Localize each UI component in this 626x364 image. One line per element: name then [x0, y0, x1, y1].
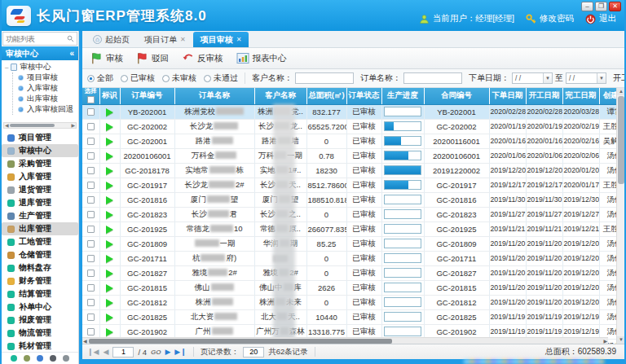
row-select-cell[interactable]	[82, 280, 99, 295]
table-row[interactable]: GC-201827雅境2#雅境2#0已审核GC-2018272019/11/20…	[82, 265, 616, 280]
close-tab-icon[interactable]: ✕	[236, 36, 242, 43]
row-select-cell[interactable]	[82, 163, 99, 178]
row-select-cell[interactable]	[82, 119, 99, 134]
header-12[interactable]: 创建人	[599, 88, 616, 104]
tree-node[interactable]: 入库审核	[13, 83, 78, 94]
circle-icon[interactable]	[11, 355, 17, 362]
sidebar-item[interactable]: 审核中心	[2, 144, 78, 157]
报表中心-button[interactable]: 报表中心	[236, 52, 287, 64]
leaf-icon[interactable]	[37, 355, 43, 362]
row-checkbox[interactable]	[87, 314, 95, 321]
table-row[interactable]: GC-201925常德龙10常德原..266077.835..已审核GC-201…	[82, 221, 616, 236]
grid-horizontal-scrollbar[interactable]: ◀ ▶	[82, 337, 608, 344]
sidebar-item[interactable]: 补单中心	[2, 300, 78, 314]
table-row[interactable]: GC-201825北大资北大天..10440已审核GC-2018252019/1…	[82, 309, 616, 324]
row-select-cell[interactable]	[82, 148, 99, 163]
scroll-right-icon[interactable]: ▶	[603, 338, 607, 344]
logout-button[interactable]: 退出	[585, 13, 616, 24]
row-select-cell[interactable]	[82, 178, 99, 192]
row-checkbox[interactable]	[87, 182, 95, 189]
sidebar-item[interactable]: 生产管理	[2, 209, 78, 222]
next-page-button[interactable]: ▶	[165, 349, 170, 356]
table-row[interactable]: GC-201816厦门望厦门望188510.818已审核GC-201816201…	[82, 192, 616, 207]
row-select-cell[interactable]	[82, 192, 99, 207]
驳回-button[interactable]: 驳回	[136, 52, 169, 64]
tree-root-node[interactable]: – 审核中心	[5, 62, 78, 72]
page-size-input[interactable]	[243, 347, 264, 357]
header-select[interactable]: 选择	[82, 88, 99, 104]
header-4[interactable]: 客户名称	[254, 88, 306, 104]
row-checkbox[interactable]	[87, 240, 95, 248]
table-row[interactable]: GC-201812株洲株洲未来0已审核GC-2018122019/11/2020…	[82, 295, 616, 309]
sidebar-item[interactable]: 退库管理	[2, 196, 78, 209]
tree-node[interactable]: 项目审核	[13, 72, 78, 83]
maximize-button[interactable]: ❐	[595, 2, 607, 11]
table-row[interactable]: YB-202001株洲党校株洲党..832.177已审核YB-202001202…	[82, 104, 616, 119]
minimize-button[interactable]: –	[581, 2, 593, 11]
header-6[interactable]: 订单状态	[346, 88, 381, 104]
审核-button[interactable]: 审核	[90, 52, 123, 64]
tree-node[interactable]: 入库审核回退	[13, 104, 78, 115]
row-checkbox[interactable]	[87, 255, 95, 262]
row-select-cell[interactable]	[82, 309, 99, 324]
order-date-to-input[interactable]: / /▼	[566, 72, 606, 84]
first-page-button[interactable]: ❙◀	[87, 349, 99, 356]
close-button[interactable]: ✕	[609, 2, 621, 11]
row-select-cell[interactable]	[82, 207, 99, 221]
row-checkbox[interactable]	[87, 138, 95, 145]
tab-项目审核[interactable]: 项目审核✕	[193, 32, 249, 47]
change-password-button[interactable]: 修改密码	[526, 13, 574, 24]
radio-未通过[interactable]: 未通过	[204, 72, 238, 84]
sidebar-item[interactable]: 工地管理	[2, 235, 78, 248]
sidebar-item[interactable]: 耗材管理	[2, 340, 78, 352]
sidebar-item[interactable]: 出库管理	[2, 222, 78, 235]
row-checkbox[interactable]	[87, 152, 95, 160]
grid-vertical-scrollbar[interactable]: ▲ ▼	[616, 88, 624, 344]
scroll-up-icon[interactable]: ▲	[617, 88, 625, 95]
sidebar-item[interactable]: 报废管理	[2, 314, 78, 327]
chevron-down-icon[interactable]: ▼	[597, 73, 606, 83]
row-checkbox[interactable]	[87, 211, 95, 218]
sidebar-item[interactable]: 采购管理	[2, 157, 78, 170]
tree-horizontal-scrollbar[interactable]: ◀ ▶	[3, 122, 77, 129]
row-select-cell[interactable]	[82, 295, 99, 309]
radio-未审核[interactable]: 未审核	[162, 72, 196, 84]
header-1[interactable]: 标识	[99, 88, 120, 104]
prev-page-button[interactable]: ◀	[103, 349, 108, 356]
sidebar-item[interactable]: 项目管理	[2, 131, 78, 144]
table-row[interactable]: GC-201823长沙君长沙之..0已审核GC-2018232019/11/27…	[82, 207, 616, 221]
select-all-checkbox[interactable]	[87, 96, 95, 103]
row-select-cell[interactable]	[82, 251, 99, 265]
sidebar-item[interactable]: 物流管理	[2, 327, 78, 340]
header-5[interactable]: 总面积(㎡)	[306, 88, 346, 104]
sidebar-item[interactable]: 物料盘存	[2, 261, 78, 274]
header-11[interactable]: 完工日期	[562, 88, 599, 104]
radio-全部[interactable]: 全部	[87, 72, 113, 84]
last-page-button[interactable]: ▶❙	[174, 349, 186, 356]
row-checkbox[interactable]	[87, 328, 95, 335]
row-checkbox[interactable]	[87, 196, 95, 204]
scroll-left-icon[interactable]: ◀	[5, 123, 9, 129]
table-row[interactable]: GC-202001路港路港墙0已审核202001160012020/01/162…	[82, 134, 616, 148]
scroll-right-icon[interactable]: ▶	[71, 123, 75, 129]
row-checkbox[interactable]	[87, 299, 95, 306]
order-name-input[interactable]	[403, 72, 462, 84]
table-row[interactable]: GC-201917长沙龙2#长沙天..8512.78600..已审核GC-201…	[82, 178, 616, 192]
row-checkbox[interactable]	[87, 123, 95, 130]
table-row[interactable]: GC-202002长沙龙长沙龙..65525.7200..已审核GC-20200…	[82, 119, 616, 134]
person-icon[interactable]	[50, 355, 56, 362]
customer-name-input[interactable]	[295, 72, 354, 84]
sidebar-item[interactable]: 入库管理	[2, 170, 78, 183]
header-8[interactable]: 合同编号	[424, 88, 489, 104]
table-row[interactable]: GC-201809一期华润期85.25已审核GC-2018092019/11/2…	[82, 236, 616, 251]
table-row[interactable]: GC-201815佛山佛山中库2626已审核GC-2018152019/11/2…	[82, 280, 616, 295]
close-tab-icon[interactable]: ✕	[180, 36, 186, 43]
more-icon[interactable]	[63, 355, 69, 362]
scroll-left-icon[interactable]: ◀	[83, 338, 87, 344]
row-checkbox[interactable]	[87, 226, 95, 233]
row-select-cell[interactable]	[82, 104, 99, 119]
header-7[interactable]: 生产进度	[381, 88, 424, 104]
row-checkbox[interactable]	[87, 167, 95, 174]
row-select-cell[interactable]	[82, 134, 99, 148]
header-3[interactable]: 订单名称	[174, 88, 254, 104]
